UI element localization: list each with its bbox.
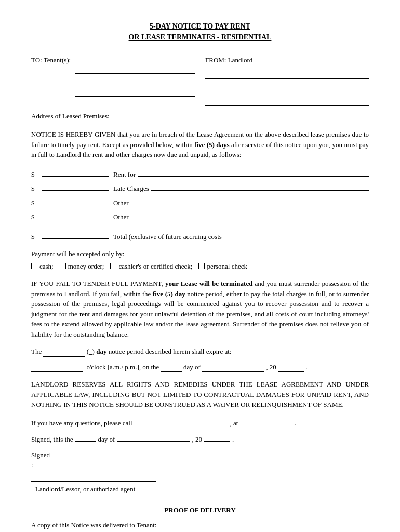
expire-bold: _ xyxy=(89,348,92,355)
late-amount-field[interactable] xyxy=(42,181,109,191)
other2-amount-field[interactable] xyxy=(42,210,109,219)
payment-intro: Payment will be accepted only by: xyxy=(31,249,369,259)
to-fields xyxy=(75,53,195,97)
title-line2: OR LEASE TERMINATES - RESIDENTIAL xyxy=(31,32,369,43)
year-field[interactable] xyxy=(278,364,304,372)
warning-paragraph: IF YOU FAIL TO TENDER FULL PAYMENT, your… xyxy=(31,278,369,339)
signed-period: . xyxy=(232,434,234,445)
oclock-line: o'clock [a.m./ p.m.], on the day of , 20… xyxy=(31,362,369,373)
total-amount-field[interactable] xyxy=(42,230,109,239)
money-order-checkbox[interactable] xyxy=(60,263,66,269)
signature-field[interactable] xyxy=(31,472,156,482)
address-label: Address of Leased Premises: xyxy=(31,111,110,122)
from-label: FROM: Landlord xyxy=(205,55,252,65)
proof-title: PROOF OF DELIVERY xyxy=(31,505,369,515)
dollar4: $ xyxy=(31,212,42,222)
landlord-name-field3[interactable] xyxy=(205,83,369,92)
other2-detail-field[interactable] xyxy=(131,210,369,219)
tenant-name-field3[interactable] xyxy=(75,76,195,85)
dollar1: $ xyxy=(31,169,42,180)
to-label: TO: Tenant(s): xyxy=(31,55,71,65)
dollar-total: $ xyxy=(31,232,42,242)
signed-year-field[interactable] xyxy=(204,433,230,442)
signed-date-row: Signed, this the day of , 20 . xyxy=(31,433,369,445)
day-blank1[interactable] xyxy=(43,349,85,357)
signed-text1: Signed, this the xyxy=(31,434,73,445)
rent-row: $ Rent for xyxy=(31,167,369,180)
charges-table: $ Rent for $ Late Charges $ Other $ Othe… xyxy=(31,167,369,222)
dollar2: $ xyxy=(31,183,42,194)
cashiers-check-label: cashier's or certified check; xyxy=(118,261,192,272)
cash-option: cash; xyxy=(31,261,54,272)
signed-comma: , 20 xyxy=(192,434,202,445)
signed-label: Signed: xyxy=(31,450,369,470)
tenant-name-field4[interactable] xyxy=(75,87,195,97)
agent-label: Landlord/Lessor, or authorized agent xyxy=(35,484,369,495)
at-text: , at xyxy=(230,418,238,429)
at-field[interactable] xyxy=(240,417,292,425)
tenant-name-field2[interactable] xyxy=(75,64,195,74)
month-field[interactable] xyxy=(202,364,264,372)
tenant-name-field1[interactable] xyxy=(75,53,195,62)
rent-label: Rent for xyxy=(113,169,136,180)
cash-checkbox[interactable] xyxy=(31,263,37,269)
landlord-name-field1[interactable] xyxy=(257,53,340,62)
title-line1: 5-DAY NOTICE TO PAY RENT xyxy=(31,21,369,32)
cashiers-check-checkbox[interactable] xyxy=(110,263,116,269)
to-from-section: TO: Tenant(s): FROM: Landlord xyxy=(31,53,369,106)
signed-month-field[interactable] xyxy=(117,433,190,442)
other1-amount-field[interactable] xyxy=(42,196,109,205)
personal-check-checkbox[interactable] xyxy=(198,263,205,269)
warning-bold1: your Lease will be terminated xyxy=(165,280,252,287)
document-page: 5-DAY NOTICE TO PAY RENT OR LEASE TERMIN… xyxy=(0,0,400,532)
warning-bold2: five (5) day xyxy=(153,290,185,298)
address-row: Address of Leased Premises: xyxy=(31,109,369,122)
notice-paragraph: NOTICE IS HEREBY GIVEN that you are in b… xyxy=(31,129,369,160)
rent-detail-field[interactable] xyxy=(138,167,369,177)
phone-field[interactable] xyxy=(135,417,228,425)
other2-row: $ Other xyxy=(31,210,369,222)
payment-section: Payment will be accepted only by: cash; … xyxy=(31,249,369,271)
address-field[interactable] xyxy=(114,109,369,118)
money-order-label: money order; xyxy=(68,261,104,272)
expire-section: The (_) day notice period described here… xyxy=(31,347,369,357)
from-section: FROM: Landlord xyxy=(205,53,369,106)
landlord-name-field4[interactable] xyxy=(205,97,369,106)
expire-text: The (_) day notice period described here… xyxy=(31,347,369,357)
late-detail-field[interactable] xyxy=(151,181,369,191)
cashiers-check-option: cashier's or certified check; xyxy=(110,261,192,272)
signed-dayof: day of xyxy=(98,434,115,445)
document-title: 5-DAY NOTICE TO PAY RENT OR LEASE TERMIN… xyxy=(31,21,369,43)
reserves-paragraph: LANDLORD RESERVES ALL RIGHTS AND REMEDIE… xyxy=(31,379,369,410)
questions-text: If you have any questions, please call xyxy=(31,418,132,429)
rent-amount-field[interactable] xyxy=(42,167,109,177)
to-section: TO: Tenant(s): xyxy=(31,53,195,106)
proof-text: A copy of this Notice was delivered to T… xyxy=(31,520,369,530)
oclock-field[interactable] xyxy=(31,364,83,372)
late-label: Late Charges xyxy=(113,183,149,194)
money-order-option: money order; xyxy=(60,261,104,272)
landlord-name-field2[interactable] xyxy=(205,70,369,79)
expire-day-word: day xyxy=(96,348,106,355)
questions-row: If you have any questions, please call ,… xyxy=(31,417,369,429)
warning-text1: IF YOU FAIL TO TENDER FULL PAYMENT, xyxy=(31,280,165,287)
signed-section: Signed: Landlord/Lessor, or authorized a… xyxy=(31,450,369,495)
total-label: Total (exclusive of future accruing cost… xyxy=(113,232,222,242)
cash-label: cash; xyxy=(39,261,54,272)
notice-bold1: five (5) days xyxy=(194,141,229,149)
period1: . xyxy=(294,418,296,429)
late-row: $ Late Charges xyxy=(31,181,369,194)
other1-label: Other xyxy=(113,198,129,208)
other2-label: Other xyxy=(113,212,129,222)
signed-day-field[interactable] xyxy=(75,433,96,442)
dollar3: $ xyxy=(31,198,42,208)
total-row: $ Total (exclusive of future accruing co… xyxy=(31,230,369,242)
other1-detail-field[interactable] xyxy=(131,196,369,205)
personal-check-label: personal check xyxy=(207,261,247,272)
payment-options: cash; money order; cashier's or certifie… xyxy=(31,261,369,272)
personal-check-option: personal check xyxy=(198,261,247,272)
day-field[interactable] xyxy=(161,364,182,372)
other1-row: $ Other xyxy=(31,196,369,208)
